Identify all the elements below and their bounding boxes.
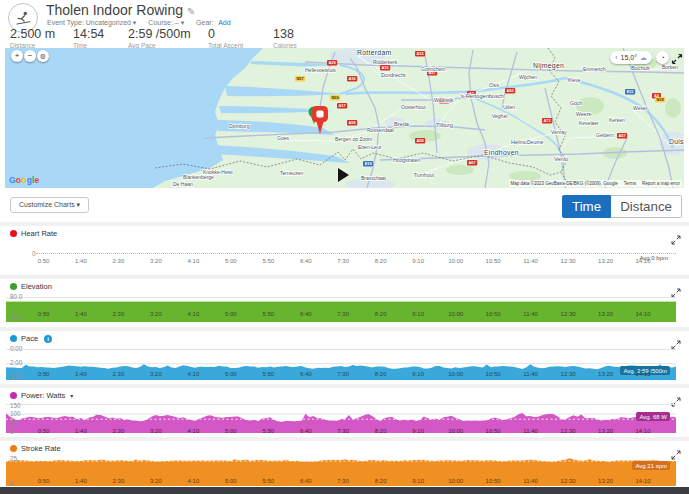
- x-tick-label: 9:10: [412, 428, 424, 434]
- x-tick-label: 10:00: [448, 371, 463, 377]
- x-tick-label: 7:30: [337, 311, 349, 317]
- map-expand-button[interactable]: [671, 51, 683, 63]
- map-city-label: Blankenberge: [183, 174, 214, 180]
- report-map-error-link[interactable]: Report a map error: [642, 181, 680, 186]
- terms-link[interactable]: Terms: [624, 181, 636, 186]
- x-tick-label: 11:40: [523, 371, 538, 377]
- footer-bar: [0, 487, 689, 494]
- svg-text:N57: N57: [297, 76, 304, 81]
- page-title: Tholen Indoor Rowing: [46, 2, 183, 18]
- activity-location-marker[interactable]: [305, 104, 333, 148]
- expand-heart-rate-chart-icon[interactable]: [671, 231, 681, 241]
- svg-text:E19: E19: [365, 161, 373, 166]
- heart-rate-plot: Avg 0 bpm 00:501:402:303:204:105:005:506…: [6, 241, 676, 271]
- expand-power-chart-icon[interactable]: [671, 393, 681, 403]
- y-axis-label: 50: [10, 421, 17, 427]
- x-tick-label: 4:10: [188, 478, 200, 484]
- power-dropdown-caret-icon[interactable]: ▾: [70, 392, 73, 399]
- course-dropdown[interactable]: Course: – ▾: [148, 19, 184, 26]
- x-tick-label: 2:30: [113, 258, 125, 264]
- x-tick-label: 13:20: [598, 428, 613, 434]
- svg-text:A16: A16: [349, 76, 357, 81]
- edit-title-icon[interactable]: ✎: [187, 6, 195, 17]
- x-tick-label: 3:20: [150, 258, 162, 264]
- event-type-dropdown[interactable]: Event Type: Uncategorized ▾: [47, 19, 136, 26]
- map-city-label: Venlo: [554, 156, 568, 162]
- map-city-label: Bocholt: [631, 65, 650, 71]
- svg-text:A50: A50: [507, 88, 514, 93]
- x-tick-label: 7:30: [337, 428, 349, 434]
- x-tick-label: 4:10: [188, 258, 200, 264]
- x-tick-label: 1:40: [75, 311, 87, 317]
- elevation-graph: [6, 294, 676, 322]
- x-tick-label: 14:10: [635, 258, 650, 264]
- weather-widget[interactable]: ‹ 15,0° ☁: [610, 51, 652, 64]
- map-city-label: De Haan: [173, 181, 193, 187]
- power-plot: Avg. 68 W 1501005000:501:402:303:204:105…: [6, 403, 676, 433]
- google-logo[interactable]: Google: [9, 175, 40, 185]
- map-city-label: Geldern: [596, 132, 614, 138]
- x-tick-label: 5:00: [225, 311, 237, 317]
- map-city-label: Turnhout: [414, 172, 434, 178]
- map-city-label: Veghel: [492, 113, 507, 119]
- heart-rate-legend-label: Heart Rate: [21, 229, 57, 238]
- x-tick-label: 13:20: [598, 311, 613, 317]
- expand-pace-chart-icon[interactable]: [671, 336, 681, 346]
- map-zoom-controls: + − ⚙: [11, 50, 49, 62]
- map-city-label: Deurne: [527, 139, 544, 145]
- x-tick-label: 0:50: [38, 478, 50, 484]
- map-settings-button[interactable]: ⚙: [37, 50, 49, 62]
- svg-text:N18: N18: [657, 97, 665, 102]
- x-tick-label: 2:30: [113, 311, 125, 317]
- map-city-label: Duisburg: [669, 138, 684, 146]
- playback-play-button[interactable]: [338, 168, 349, 182]
- x-tick-label: 1:40: [75, 371, 87, 377]
- y-axis-label: 2:00: [10, 360, 22, 366]
- activity-map[interactable]: A15A15A16A29A17A27A2A59A58A58A67A50A73A3…: [5, 48, 684, 188]
- pace-info-icon[interactable]: i: [44, 335, 52, 343]
- charts-section: Heart Rate Avg 0 bpm 00:501:402:303:204:…: [0, 222, 689, 487]
- weather-gauge-button[interactable]: ◔: [656, 51, 669, 64]
- map-city-label: Venray: [551, 129, 567, 135]
- map-city-label: Hellevoetsluis: [305, 67, 336, 73]
- toggle-time-button[interactable]: Time: [562, 195, 611, 218]
- x-tick-label: 5:00: [225, 428, 237, 434]
- x-tick-label: 10:00: [448, 311, 463, 317]
- x-tick-label: 10:50: [486, 258, 501, 264]
- x-tick-label: 8:20: [375, 371, 387, 377]
- zoom-in-button[interactable]: +: [11, 50, 23, 62]
- x-tick-label: 10:50: [486, 311, 501, 317]
- toggle-distance-button[interactable]: Distance: [611, 195, 682, 218]
- x-tick-label: 5:00: [225, 478, 237, 484]
- x-tick-label: 2:30: [113, 371, 125, 377]
- x-tick-label: 4:10: [188, 371, 200, 377]
- x-tick-label: 0:50: [38, 311, 50, 317]
- x-tick-label: 3:20: [150, 371, 162, 377]
- heart-rate-legend-dot: [10, 230, 17, 237]
- svg-text:A15: A15: [417, 51, 425, 56]
- y-axis-label: 25: [10, 456, 17, 462]
- y-axis-label: 0:00: [10, 346, 22, 352]
- stroke-rate-legend-dot: [10, 445, 17, 452]
- x-tick-label: 10:00: [448, 478, 463, 484]
- x-tick-label: 2:30: [113, 478, 125, 484]
- x-tick-label: 7:30: [337, 258, 349, 264]
- x-tick-label: 12:30: [561, 311, 576, 317]
- expand-stroke-rate-chart-icon[interactable]: [671, 446, 681, 456]
- x-tick-label: 10:00: [448, 258, 463, 264]
- gear-add-link[interactable]: Add: [218, 19, 230, 26]
- power-legend-label[interactable]: Power: Watts: [21, 391, 65, 400]
- power-avg-badge: Avg. 68 W: [636, 412, 670, 421]
- expand-elevation-chart-icon[interactable]: [671, 284, 681, 294]
- map-city-label: Kleve: [568, 77, 581, 83]
- y-axis-label: -80.0: [10, 314, 24, 320]
- map-city-label: Hoogstraten: [393, 157, 420, 163]
- x-tick-label: 4:10: [188, 428, 200, 434]
- map-city-label: Bergen op Zoom: [335, 136, 372, 142]
- weather-prev-icon[interactable]: ‹: [615, 54, 617, 61]
- map-city-label: Eindhoven: [484, 149, 519, 156]
- zoom-out-button[interactable]: −: [24, 50, 36, 62]
- x-tick-label: 11:40: [523, 311, 538, 317]
- customize-charts-button[interactable]: Customize Charts ▾: [10, 197, 89, 213]
- map-city-label: Roosendaal: [367, 127, 394, 133]
